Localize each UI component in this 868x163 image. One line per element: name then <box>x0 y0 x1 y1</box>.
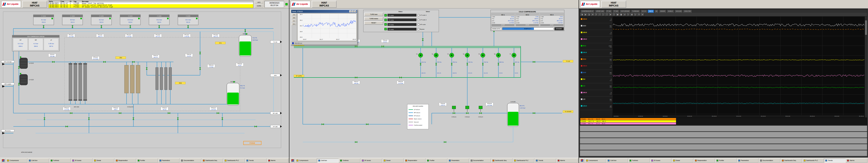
scale-row-7[interactable]: 400.0K0.0 <box>580 63 613 70</box>
trend-tab-cb-41[interactable]: CB 41 <box>648 9 654 13</box>
alarm-banner[interactable]: Date Time Pr Tag Message30/08/2023 05:21… <box>49 0 253 8</box>
instrument-pt6106[interactable]: PT61061.05 bar <box>486 103 493 106</box>
trend-tab-cb-purifier[interactable]: CB PURIFIER <box>620 9 631 13</box>
minimized-window-bar[interactable] <box>580 151 867 156</box>
checkbox-icon[interactable] <box>417 28 419 30</box>
start-button[interactable] <box>1 159 6 163</box>
valve-icon[interactable] <box>366 124 368 125</box>
instrument-tt1202[interactable]: TT1202307.8 K <box>154 34 162 37</box>
scale-row-6[interactable]: 20.0bar0.0 <box>580 57 613 63</box>
instrument-ft2101[interactable]: FT2101512 g/s <box>49 54 56 57</box>
taskbar-button-compressors[interactable]: Compressors <box>6 159 27 163</box>
maximize-icon[interactable]: □ <box>352 10 354 12</box>
scale-row-11[interactable]: 300.0K0.0 <box>580 90 613 97</box>
valve-icon[interactable] <box>466 63 468 65</box>
trend-tab-2k[interactable]: 2K <box>654 9 658 13</box>
compressor-c-1230[interactable]: C 123013.1 bar311 K <box>178 15 198 25</box>
toolbar-button-6[interactable]: ↔ <box>602 13 605 16</box>
instrument-pt4104[interactable]: PT41040.98 bar <box>210 107 217 110</box>
valve-icon[interactable] <box>132 61 134 63</box>
compressor-c-1220[interactable]: C 122013.2 bar312 K <box>149 15 169 25</box>
turbine-t7[interactable]: T7655 Hz6.4 K <box>509 48 519 78</box>
taskbar-button-dashboards-plc[interactable]: Dashboards PLC <box>223 159 245 163</box>
scale-row-1[interactable]: 16.0bar0.0 <box>580 23 613 30</box>
instrument-tt6120[interactable]: TT612031.8 K <box>185 54 193 57</box>
toolbar-button-17[interactable]: ★ <box>641 13 644 16</box>
taskbar-button-trends[interactable]: Trends <box>245 159 267 163</box>
taskbar-button-documentation[interactable]: Documentation <box>180 159 201 163</box>
checkbox-icon[interactable] <box>417 19 419 21</box>
trend-tab-compressor-lp[interactable]: COMPRESSOR LP <box>580 9 595 13</box>
scale-row-2[interactable]: 320.0K0.0 <box>580 30 613 36</box>
taskbar-button-2k-boxes[interactable]: 2K boxes <box>71 159 93 163</box>
valve-icon[interactable] <box>132 117 134 120</box>
taskbar-button-cold-box[interactable]: Cold box <box>28 159 49 163</box>
valve-icon[interactable] <box>479 112 482 114</box>
toolbar-button-15[interactable]: ◇ <box>634 13 637 16</box>
valve-icon[interactable] <box>322 124 324 125</box>
toolbar-button-2[interactable]: ▲ <box>588 13 591 16</box>
taskbar-button-dewar[interactable]: Dewar <box>672 159 693 163</box>
toolbar-button-8[interactable]: ■ <box>609 13 612 16</box>
instrument-pt1201[interactable]: PT12014.25 bar <box>125 34 133 37</box>
valve-icon[interactable] <box>420 63 422 65</box>
scrollbar-thumb[interactable] <box>865 21 867 35</box>
compressor-c-1110[interactable]: C 11109.1 bar312 K <box>33 15 54 25</box>
valve-icon[interactable] <box>355 141 357 143</box>
instrument-tt6110[interactable]: TT611064.2 K <box>152 55 159 58</box>
instrument-tt6102[interactable]: TT61024.42 K <box>381 39 389 43</box>
taskbar-button-cold-box[interactable]: Cold box <box>607 159 628 163</box>
valve-icon[interactable] <box>400 77 402 78</box>
valve-icon[interactable] <box>451 63 453 65</box>
command-button-reset[interactable]: RESET <box>364 21 383 25</box>
taskbar-button-alarms[interactable]: Alarms <box>846 159 867 163</box>
scale-row-12[interactable]: 1.5bar0.0 <box>580 97 613 103</box>
instrument-tt4102[interactable]: TT4102298 K <box>112 107 120 110</box>
toolbar-button-4[interactable]: + <box>595 13 598 16</box>
taskbar-button-alarms[interactable]: Alarms <box>557 159 578 163</box>
mode-check-row-lp-mode-1[interactable]: LP mode 1 <box>417 13 438 17</box>
popup-range-button-1m[interactable]: 1m <box>291 20 296 22</box>
valve-icon[interactable] <box>18 83 20 85</box>
toolbar-button-5[interactable]: − <box>598 13 601 16</box>
taskbar-button-regeneration[interactable]: Regeneration <box>404 159 426 163</box>
toolbar-button-7[interactable]: ↕ <box>606 13 609 16</box>
valve-icon[interactable] <box>43 26 44 28</box>
valve-icon[interactable] <box>18 66 20 69</box>
taskbar-button-dashboards-seq[interactable]: Dashboards Seq. <box>491 159 513 163</box>
taskbar-button-compressors[interactable]: Compressors <box>296 159 317 163</box>
valve-icon[interactable] <box>444 141 446 143</box>
taskbar-button-dashboards-plc[interactable]: Dashboards PLC <box>513 159 534 163</box>
checkbox-icon[interactable] <box>417 24 419 25</box>
valve-icon[interactable] <box>103 61 106 63</box>
turbine-t3[interactable]: T3760 Hz19.6 K <box>447 48 457 78</box>
valve-icon[interactable] <box>222 117 223 120</box>
taskbar-button-cold-box[interactable]: Cold box <box>317 159 339 163</box>
instrument-pt1301[interactable]: PT13011.06 bar <box>183 34 191 37</box>
cc-standby-button[interactable]: STANDBY <box>554 27 564 30</box>
minimized-window-bar[interactable] <box>580 138 867 144</box>
minimized-window-bar[interactable] <box>580 132 867 138</box>
trend-legend-row[interactable]: LT3105 58.2 % 57.9 58.8 <box>580 123 676 125</box>
turbine-t2[interactable]: T2795 Hz24.1 K <box>432 48 441 78</box>
valve-icon[interactable] <box>254 126 257 127</box>
taskbar-button-purifier[interactable]: Purifier <box>715 159 737 163</box>
taskbar-button-documentation[interactable]: Documentation <box>759 159 780 163</box>
compressor-c-1130[interactable]: C 11309.2 bar313 K <box>91 15 112 25</box>
valve-icon[interactable] <box>199 52 201 54</box>
trend-tab-hp-mp-line[interactable]: HP/MP LINE <box>595 9 605 13</box>
instrument-pt6104[interactable]: PT61041.18 bar <box>397 81 404 84</box>
valve-icon[interactable] <box>146 67 148 70</box>
scale-row-10[interactable]: 2.0bar0.0 <box>580 83 613 90</box>
taskbar-button-turbines[interactable]: Turbines <box>339 159 360 163</box>
taskbar-button-trends[interactable]: Trends <box>535 159 556 163</box>
start-button[interactable] <box>290 159 295 163</box>
alarm-row[interactable]: 30/08/2023 05:36:55 1 PT2101 HP header p… <box>49 6 253 8</box>
valve-icon[interactable] <box>52 61 55 63</box>
close-icon[interactable]: × <box>354 10 356 12</box>
valve-icon[interactable] <box>43 117 45 120</box>
taskbar-button-2k-boxes[interactable]: 2K boxes <box>650 159 672 163</box>
start-button[interactable] <box>580 159 585 163</box>
taskbar-button-trends[interactable]: Trends <box>824 159 845 163</box>
trend-tab-turbines[interactable]: TURBINES <box>631 9 640 13</box>
